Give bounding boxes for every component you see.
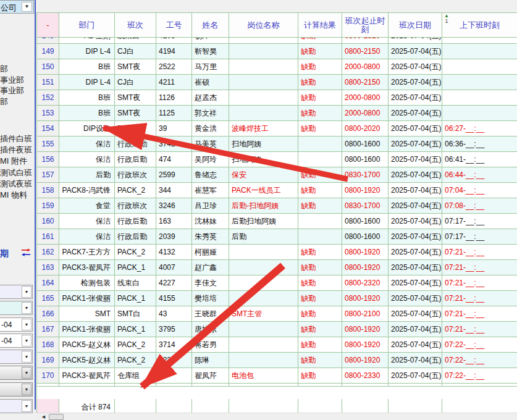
cell-shift[interactable]: 行政后勤 <box>115 136 156 152</box>
cell-name[interactable]: 黄金洪 <box>192 121 229 136</box>
cell-dept[interactable]: SMT <box>59 306 115 322</box>
cell-employee-id[interactable]: 3714 <box>156 337 192 353</box>
cell-row-number[interactable]: 153 <box>37 106 59 121</box>
chevron-down-icon[interactable]: ▼ <box>22 384 32 395</box>
cell-position[interactable]: 后勤-扫地阿姨 <box>229 198 298 214</box>
cell-dept[interactable]: PACK3-翟凤芹 <box>59 368 115 384</box>
cell-clock-times[interactable] <box>442 59 517 75</box>
cell-shift-date[interactable]: 2025-07-04(五) <box>389 167 442 183</box>
cell-clock-times[interactable] <box>442 90 517 106</box>
cell-position[interactable]: 扫地阿姨 <box>229 136 298 152</box>
cell-result[interactable]: 缺勤 <box>298 306 342 322</box>
tree-item-shift[interactable]: 测试白班 <box>0 167 32 178</box>
cell-row-number[interactable]: 155 <box>37 136 59 152</box>
cell-position[interactable]: 波峰焊技工 <box>229 121 298 136</box>
cell-employee-id[interactable]: 2039 <box>156 229 192 245</box>
cell-clock-times[interactable]: 07:22-__:__ <box>442 337 517 353</box>
filter-dropdown[interactable]: ▼ <box>0 399 33 413</box>
cell-name[interactable]: 樊培培 <box>192 291 229 306</box>
cell-clock-times[interactable]: 06:36-__:__ <box>442 136 517 152</box>
cell-dept[interactable]: PACK1-张俊丽 <box>59 322 115 337</box>
chevron-down-icon[interactable]: ▼ <box>22 351 32 363</box>
cell-dept[interactable]: DIP L-4 <box>59 75 115 90</box>
cell-shift-range[interactable]: 0800-1600 <box>342 152 389 167</box>
cell-shift-range[interactable]: 0800-1920 <box>342 245 389 260</box>
chevron-down-icon[interactable]: ▼ <box>22 367 32 379</box>
cell-result[interactable]: 缺勤 <box>298 44 342 59</box>
cell-shift[interactable]: PACK_1 <box>115 260 156 275</box>
cell-employee-id[interactable]: 2599 <box>156 167 192 183</box>
cell-shift[interactable]: 行政后勤 <box>115 214 156 229</box>
cell-row-number[interactable]: 162 <box>37 245 59 260</box>
cell-clock-times[interactable] <box>442 106 517 121</box>
cell-result[interactable] <box>298 229 342 245</box>
cell-row-number[interactable]: 149 <box>37 44 59 59</box>
cell-employee-id[interactable]: 344 <box>156 183 192 198</box>
cell-employee-id[interactable]: 4194 <box>156 44 192 59</box>
cell-shift-range[interactable]: 0800-2150 <box>342 44 389 59</box>
cell-shift-date[interactable]: 2025-07-04(五) <box>389 121 442 136</box>
cell-shift-date[interactable]: 2025-07-04(五) <box>389 275 442 291</box>
cell-shift[interactable]: PACK_1 <box>115 322 156 337</box>
cell-clock-times[interactable]: 07:21-__:__ <box>442 322 517 337</box>
cell-position[interactable]: 后勤 <box>229 229 298 245</box>
cell-row-number[interactable]: 163 <box>37 260 59 275</box>
cell-name[interactable]: 李佳文 <box>192 275 229 291</box>
cell-result[interactable]: 缺勤 <box>298 167 342 183</box>
cell-result[interactable]: 缺勤 <box>298 245 342 260</box>
cell-row-number[interactable]: 150 <box>37 59 59 75</box>
cell-dept[interactable]: PACK5-赵义林 <box>59 353 115 368</box>
cell-result[interactable] <box>298 136 342 152</box>
cell-employee-id[interactable]: 4132 <box>156 245 192 260</box>
cell-dept[interactable]: DIP设备 <box>59 121 115 136</box>
cell-clock-times[interactable]: 07:21-__:__ <box>442 245 517 260</box>
cell-position[interactable] <box>229 75 298 90</box>
chevron-down-icon[interactable]: ▼ <box>22 302 32 314</box>
cell-row-number[interactable]: 152 <box>37 90 59 106</box>
cell-result[interactable]: 缺勤 <box>298 275 342 291</box>
cell-shift[interactable]: 线束白 <box>115 275 156 291</box>
cell-name[interactable]: 马万里 <box>192 59 229 75</box>
scrollbar-thumb[interactable] <box>49 414 64 420</box>
col-header-date[interactable]: 班次日期 <box>389 13 442 38</box>
cell-shift[interactable]: 行政后勤 <box>115 152 156 167</box>
cell-result[interactable]: 缺勤 <box>298 353 342 368</box>
cell-row-number[interactable]: 157 <box>37 167 59 183</box>
cell-name[interactable]: 朱秀英 <box>192 229 229 245</box>
cell-row-number[interactable]: 159 <box>37 198 59 214</box>
cell-name[interactable]: 崔慧军 <box>192 183 229 198</box>
cell-shift-date[interactable]: 2025-07-04(五) <box>389 106 442 121</box>
cell-position[interactable] <box>229 337 298 353</box>
company-combobox[interactable]: 公司 ▼ <box>0 0 34 14</box>
cell-shift[interactable]: PACK_2 <box>115 245 156 260</box>
cell-employee-id[interactable]: 1126 <box>156 90 192 106</box>
cell-row-number[interactable]: 169 <box>37 353 59 368</box>
tree-item-shift[interactable]: 插件白班 <box>0 133 32 145</box>
cell-name[interactable]: 崔硕 <box>192 75 229 90</box>
cell-result[interactable]: 缺勤 <box>298 90 342 106</box>
cell-employee-id[interactable]: 3246 <box>156 198 192 214</box>
cell-shift-range[interactable]: 0830-1700 <box>342 167 389 183</box>
cell-shift-range[interactable]: 0800-1920 <box>342 322 389 337</box>
cell-shift[interactable]: SMT夜 <box>115 59 156 75</box>
col-header-shift[interactable]: 班次 <box>115 13 156 38</box>
cell-shift-range[interactable]: 2000-0800 <box>342 106 389 121</box>
col-header-range[interactable]: 班次起止时刻 <box>342 13 389 38</box>
horizontal-scrollbar[interactable]: ◀ <box>35 413 517 420</box>
cell-position[interactable] <box>229 322 298 337</box>
cell-position[interactable] <box>229 44 298 59</box>
cell-name[interactable]: 吕卫珍 <box>192 198 229 214</box>
cell-shift-range[interactable]: 0800-1920 <box>342 291 389 306</box>
cell-shift[interactable]: PACK_2 <box>115 183 156 198</box>
chevron-down-icon[interactable]: ▼ <box>22 319 32 330</box>
cell-name[interactable]: 鲁绪志 <box>192 167 229 183</box>
cell-clock-times[interactable]: 07:04-__:__ <box>442 183 517 198</box>
col-header-clock[interactable]: ▲1上下班时刻 <box>442 13 517 38</box>
cell-position[interactable]: 扫地阿姨 <box>229 152 298 167</box>
cell-shift-date[interactable]: 2025-07-04(五) <box>389 90 442 106</box>
cell-shift[interactable]: PACK_1 <box>115 291 156 306</box>
cell-shift-date[interactable]: 2025-07-04(五) <box>389 353 442 368</box>
cell-clock-times[interactable]: 07:21-__:__ <box>442 275 517 291</box>
cell-shift[interactable]: SMT夜 <box>115 90 156 106</box>
cell-dept[interactable]: 后勤 <box>59 167 115 183</box>
